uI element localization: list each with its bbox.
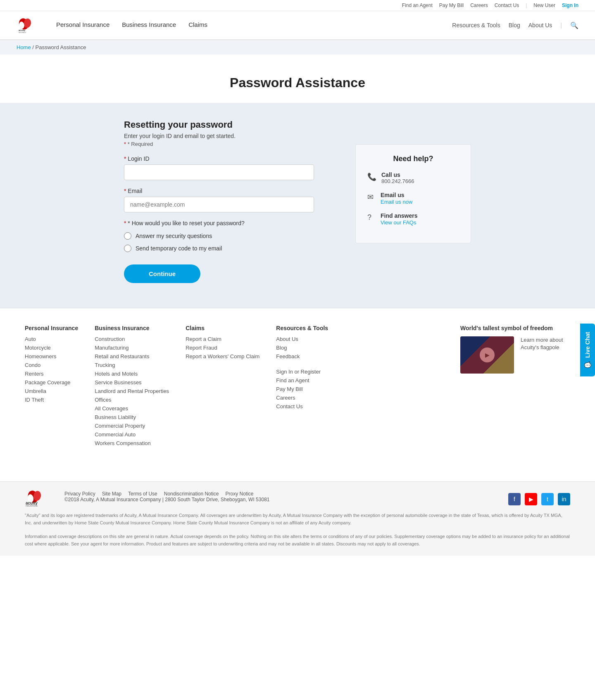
sitemap-link[interactable]: Site Map <box>102 491 121 497</box>
list-item: Business Liability <box>95 414 169 420</box>
footer-col4-list: About Us Blog Feedback <box>276 336 328 360</box>
list-item: Report Fraud <box>186 344 259 351</box>
terms-link[interactable]: Terms of Use <box>128 491 157 497</box>
help-email-content: Email us Email us now <box>381 192 412 205</box>
search-button[interactable]: 🔍 <box>570 21 578 29</box>
list-item: Package Coverage <box>25 379 78 386</box>
facebook-icon[interactable]: f <box>508 493 521 505</box>
continue-button[interactable]: Continue <box>124 264 200 283</box>
list-item: Contact Us <box>276 403 328 410</box>
list-item: Feedback <box>276 353 328 360</box>
reset-question: * * How would you like to reset your pas… <box>124 220 339 226</box>
list-item: All Coverages <box>95 405 169 412</box>
pay-bill-link[interactable]: Pay My Bill <box>439 2 464 8</box>
list-item: Find an Agent <box>276 377 328 383</box>
list-item: Homeowners <box>25 353 78 360</box>
breadcrumb-home[interactable]: Home <box>17 44 31 50</box>
email-title: Email us <box>381 192 412 198</box>
login-id-group: * Login ID <box>124 155 339 180</box>
faq-link[interactable]: View our FAQs <box>381 219 416 226</box>
footer-col4-list2: Sign In or Register Find an Agent Pay My… <box>276 368 328 410</box>
help-call-content: Call us 800.242.7666 <box>381 171 414 184</box>
flagpole-text: Learn more about Acuity's flagpole <box>521 336 570 351</box>
play-button[interactable]: ▶ <box>480 348 495 362</box>
footer-disclaimer2: Information and coverage descriptions on… <box>25 533 570 548</box>
footer-bottom: acuity INSURANCE Privacy Policy Site Map… <box>0 481 595 556</box>
login-id-input[interactable] <box>124 164 314 180</box>
new-user-link[interactable]: New User <box>533 2 555 8</box>
svg-text:INSURANCE: INSURANCE <box>19 32 26 33</box>
footer-col3-heading: Claims <box>186 325 259 331</box>
nondiscrimination-link[interactable]: Nondiscrimination Notice <box>164 491 219 497</box>
list-item: Sign In or Register <box>276 368 328 375</box>
footer-col-personal: Personal Insurance Auto Motorcycle Homeo… <box>25 325 78 448</box>
nav-business-insurance[interactable]: Business Insurance <box>122 21 176 30</box>
youtube-icon[interactable]: ▶ <box>525 493 537 505</box>
contact-us-link[interactable]: Contact Us <box>495 2 519 8</box>
reset-options: Answer my security questions Send tempor… <box>124 232 339 252</box>
help-faq-content: Find answers View our FAQs <box>381 212 417 226</box>
email-req-mark: * <box>124 188 126 194</box>
radio-email-input[interactable] <box>124 245 131 252</box>
footer-col1-list: Auto Motorcycle Homeowners Condo Renters… <box>25 336 78 403</box>
social-icons: f ▶ t in <box>508 493 570 505</box>
list-item: Careers <box>276 394 328 401</box>
nav-about[interactable]: About Us <box>528 22 552 29</box>
list-item: Auto <box>25 336 78 342</box>
footer-disclaimer1: "Acuity" and its logo are registered tra… <box>25 512 570 526</box>
email-input[interactable] <box>124 197 314 212</box>
footer-bottom-links: Privacy Policy Site Map Terms of Use Non… <box>64 491 269 497</box>
logo[interactable]: acuity INSURANCE <box>17 15 40 36</box>
footer-col-business: Business Insurance Construction Manufact… <box>95 325 169 448</box>
email-us-now-link[interactable]: Email us now <box>381 199 412 205</box>
radio-security-input[interactable] <box>124 232 131 240</box>
nav-claims[interactable]: Claims <box>188 21 207 30</box>
nav-blog[interactable]: Blog <box>509 22 520 29</box>
email-group: * Email <box>124 188 339 212</box>
flagpole-area: ▶ Learn more about Acuity's flagpole <box>460 336 570 374</box>
careers-link[interactable]: Careers <box>470 2 488 8</box>
question-icon: ? <box>367 213 376 222</box>
list-item: Commercial Property <box>95 422 169 429</box>
main-content: Resetting your password Enter your login… <box>0 103 595 308</box>
radio-email-label: Send temporary code to my email <box>136 245 222 252</box>
phone-icon: 📞 <box>367 172 376 181</box>
list-item: Umbrella <box>25 388 78 394</box>
footer-col-claims: Claims Report a Claim Report Fraud Repor… <box>186 325 259 448</box>
sign-in-link[interactable]: Sign In <box>562 2 578 8</box>
list-item: About Us <box>276 336 328 342</box>
list-item: Service Businesses <box>95 379 169 386</box>
linkedin-icon[interactable]: in <box>558 493 570 505</box>
list-item: ID Theft <box>25 396 78 403</box>
footer-col1-heading: Personal Insurance <box>25 325 78 331</box>
list-item: Condo <box>25 362 78 368</box>
flagpole-heading: World's tallest symbol of freedom <box>460 325 570 331</box>
list-item: Construction <box>95 336 169 342</box>
nav-personal-insurance[interactable]: Personal Insurance <box>56 21 109 30</box>
nav-resources[interactable]: Resources & Tools <box>452 22 500 29</box>
find-agent-link[interactable]: Find an Agent <box>402 2 433 8</box>
login-req-mark: * <box>124 155 126 162</box>
breadcrumb-current: Password Assistance <box>36 44 86 50</box>
flagpole-video[interactable]: ▶ <box>460 336 514 374</box>
svg-text:INSURANCE: INSURANCE <box>26 505 38 507</box>
login-id-label: * Login ID <box>124 155 339 162</box>
help-heading: Need help? <box>367 155 459 163</box>
footer-col4-heading: Resources & Tools <box>276 325 328 331</box>
proxy-link[interactable]: Proxy Notice <box>225 491 253 497</box>
call-title: Call us <box>381 171 414 178</box>
page-title-area: Password Assistance <box>0 55 595 103</box>
radio-security-questions[interactable]: Answer my security questions <box>124 232 339 240</box>
faq-title: Find answers <box>381 212 417 219</box>
list-item: Pay My Bill <box>276 386 328 392</box>
help-email: ✉ Email us Email us now <box>367 192 459 205</box>
email-icon: ✉ <box>367 193 376 202</box>
footer-col-resources: Resources & Tools About Us Blog Feedback… <box>276 325 328 448</box>
form-section: Resetting your password Enter your login… <box>124 119 339 291</box>
twitter-icon[interactable]: t <box>541 493 554 505</box>
privacy-link[interactable]: Privacy Policy <box>64 491 95 497</box>
list-item: Commercial Auto <box>95 431 169 438</box>
radio-temp-code[interactable]: Send temporary code to my email <box>124 245 339 252</box>
live-chat-button[interactable]: 💬 Live Chat <box>580 324 595 376</box>
list-item: Report a Claim <box>186 336 259 342</box>
